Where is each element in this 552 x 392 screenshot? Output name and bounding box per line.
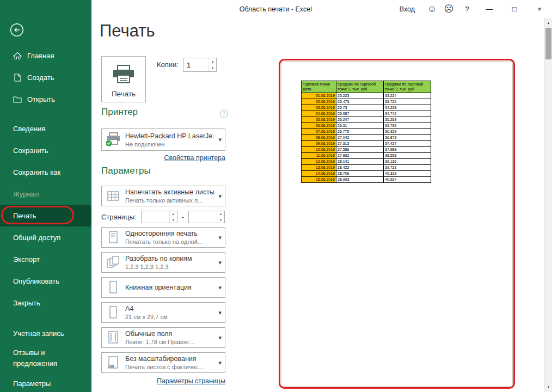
table-row: 15.06.201928.99340.924 [302,176,431,182]
back-button[interactable] [10,23,24,37]
date-cell: 02.06.2019 [302,99,336,105]
sidebar-item-history[interactable]: Журнал [0,183,91,205]
help-button[interactable]: ? [457,5,477,13]
pages-to-stepper[interactable]: ▲ ▼ [188,211,225,223]
sidebar-item-info[interactable]: Сведения [0,118,91,139]
feedback-smile-icon[interactable]: ☺ [424,4,440,15]
feedback-frown-icon[interactable]: ☹ [440,3,457,15]
sidebar-item-home[interactable]: Главная [0,45,91,66]
paper-size-icon [105,305,121,320]
date-cell: 10.06.2019 [302,146,336,152]
sign-in-button[interactable]: Вход [400,5,415,13]
value-cell: 40.924 [384,176,431,182]
sidebar-item-options[interactable]: Параметры [0,372,91,392]
no-scaling-icon: 100 [105,355,121,370]
pages-range-row: Страницы: ▲ ▼ - ▲ ▼ [101,211,225,223]
value-cell: 28.706 [336,170,384,176]
value-cell: 25.475 [336,99,384,105]
print-button-label: Печать [112,90,136,98]
copies-increment-button[interactable]: ▲ [209,58,216,65]
table-header-cell: Продажи по Торговой точке 1, тыс. руб. [336,81,384,93]
margins-icon [105,330,121,345]
scrollbar-thumb[interactable] [545,28,551,59]
chevron-down-icon: ▾ [218,234,222,241]
copies-value: 1 [183,58,208,71]
pages-from-increment-button[interactable]: ▲ [170,211,177,217]
preview-table-body: 01.06.201925.22333.22402.06.201925.47533… [302,93,431,182]
collation-dropdown[interactable]: Разобрать по копиям 1,2,3 1,2,3 1,2,3 ▾ [101,252,225,273]
print-what-dropdown[interactable]: Напечатать активные листы Печать только … [101,186,225,206]
sidebar-item-new[interactable]: Создать [0,66,91,88]
chevron-down-icon: ▾ [218,259,222,266]
titlebar: Область печати - Excel Вход ☺ ☹ ? — □ × [91,0,552,18]
date-cell: 07.06.2019 [302,128,336,134]
maximize-button[interactable]: □ [502,0,527,18]
page-setup-link[interactable]: Параметры страницы [101,377,225,385]
home-icon [13,51,22,60]
sidebar-bottom-group: Учетная запись Отзывы и предложения Пара… [0,322,91,392]
pages-to-value [189,211,217,223]
sidebar-item-label: Создать [27,74,54,82]
duplex-dropdown[interactable]: Односторонняя печать Печатать только на … [101,227,225,248]
printer-icon [111,64,136,85]
sidebar-item-close[interactable]: Закрыть [0,292,91,314]
table-row: 10.06.201927.58637.988 [302,146,431,152]
portrait-orientation-icon [105,280,121,295]
one-sided-page-icon [105,230,121,245]
date-cell: 05.06.2019 [302,117,336,122]
sidebar-item-save[interactable]: Сохранить [0,139,91,161]
value-cell: 36.873 [384,134,431,140]
table-row: 09.06.201927.31337.427 [302,140,431,146]
table-row: 11.06.201927.86238.558 [302,152,431,158]
copies-decrement-button[interactable]: ▼ [209,65,216,71]
sidebar-item-open[interactable]: Открыть [0,88,91,110]
value-cell: 26.247 [336,117,384,122]
sidebar-item-publish[interactable]: Опубликовать [0,270,91,292]
pages-from-decrement-button[interactable]: ▼ [170,217,177,223]
table-row: 08.06.201927.04236.873 [302,134,431,140]
sidebar-middle-group: Сведения Сохранить Сохранить как Журнал … [0,118,91,314]
print-button[interactable]: Печать [101,56,146,102]
pages-from-stepper[interactable]: ▲ ▼ [141,211,177,223]
minimize-button[interactable]: — [477,0,502,18]
value-cell: 27.313 [336,140,384,146]
pages-from-value [142,211,169,223]
info-icon[interactable]: i [220,110,228,118]
printer-properties-link[interactable]: Свойства принтера [101,154,225,162]
sidebar-item-share[interactable]: Общий доступ [0,226,91,248]
pages-to-decrement-button[interactable]: ▼ [217,217,224,223]
scroll-down-icon[interactable]: ▼ [545,383,552,391]
sidebar-item-account[interactable]: Учетная запись [0,322,91,344]
margins-dropdown[interactable]: Обычные поля Левое: 1,78 см Правое:... ▾ [101,327,225,348]
vertical-scrollbar[interactable]: ▲ ▼ [544,18,552,392]
close-button[interactable]: × [527,0,552,18]
copies-stepper[interactable]: 1 ▲ ▼ [183,58,217,72]
sidebar-item-print[interactable]: Печать [0,205,91,226]
printer-status: Не подключен [125,141,214,148]
value-cell: 34.228 [384,105,431,111]
sidebar-item-feedback[interactable]: Отзывы и предложения [0,344,91,372]
paper-size-dropdown[interactable]: A4 21 см x 29,7 см ▾ [101,302,225,323]
print-preview-page: Торговая точка/ Дата Продажи по Торговой… [281,61,513,387]
table-row: 14.06.201928.70640.319 [302,170,431,176]
chevron-down-icon: ▾ [218,359,222,366]
scroll-up-icon[interactable]: ▲ [545,19,552,27]
printer-dropdown[interactable]: Hewlett-Packard HP LaserJe... Не подключ… [101,128,225,151]
value-cell: 25.223 [336,93,384,99]
orientation-dropdown[interactable]: Книжная ориентация ▾ [101,277,225,298]
value-cell: 27.586 [336,146,384,152]
date-cell: 04.06.2019 [302,111,336,117]
print-selection-annotation [1,206,74,224]
pages-to-increment-button[interactable]: ▲ [217,211,224,217]
value-cell: 35.792 [384,122,431,128]
sidebar-item-export[interactable]: Экспорт [0,248,91,270]
value-cell: 26.775 [336,128,384,134]
sidebar-item-save-as[interactable]: Сохранить как [0,161,91,183]
chevron-down-icon: ▾ [218,136,222,143]
copies-label: Копии: [157,60,179,69]
back-arrow-icon [10,23,24,37]
date-cell: 09.06.2019 [302,140,336,146]
printer-status-icon [105,132,121,148]
scaling-dropdown[interactable]: 100 Без масштабирования Печать листов с … [101,352,225,373]
chevron-down-icon: ▾ [218,334,222,341]
